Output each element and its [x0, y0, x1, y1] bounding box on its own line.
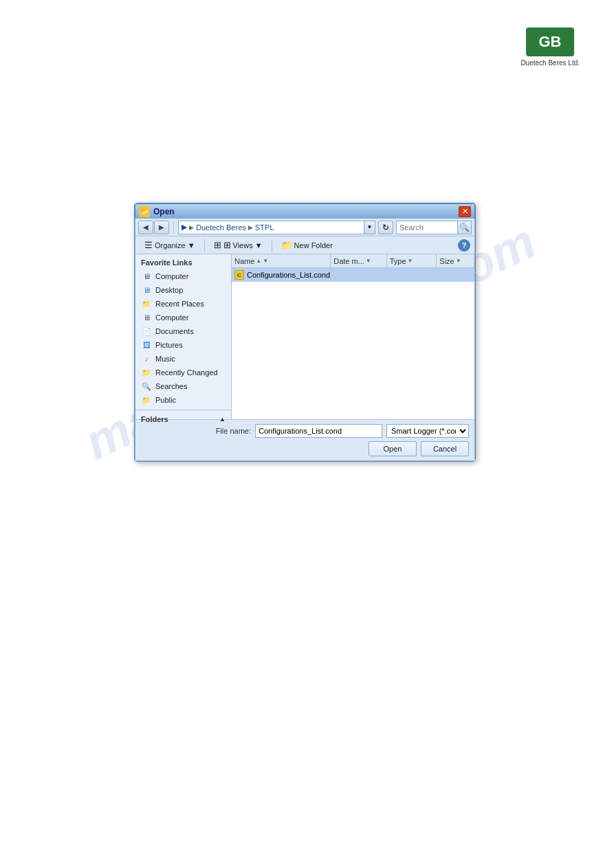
col-header-type[interactable]: Type ▼	[387, 254, 437, 267]
filetype-select[interactable]: Smart Logger (*.cond)	[386, 424, 469, 438]
pictures-icon: 🖼	[141, 340, 152, 350]
folders-chevron: ▲	[219, 416, 226, 423]
nav-bar: ◀ ▶ ▶ ▶ Duetech Beres ▶ STPL ▼ ↻	[135, 219, 474, 236]
col-header-size[interactable]: Size ▼	[437, 254, 474, 267]
views-icon: ⊞	[214, 240, 221, 250]
sidebar-item-computer2[interactable]: 🖥 Computer	[135, 311, 231, 324]
sidebar-item-computer[interactable]: 🖥 Computer	[135, 269, 231, 283]
organize-icon: ☰	[144, 240, 153, 250]
sidebar-label-desktop: Desktop	[155, 286, 183, 294]
sidebar-item-public[interactable]: 📁 Public	[135, 393, 231, 407]
col-size-label: Size	[439, 257, 454, 265]
search-button[interactable]: 🔍	[457, 221, 471, 234]
back-button[interactable]: ◀	[138, 221, 153, 234]
logo-text: Duetech Beres Ltd.	[520, 59, 580, 67]
organize-button[interactable]: ☰ Organize ▼	[140, 238, 200, 252]
col-name-sort-arrow: ▲	[256, 258, 261, 264]
sidebar-item-recently-changed[interactable]: 📁 Recently Changed	[135, 366, 231, 379]
buttons-row: Open Cancel	[141, 441, 469, 456]
sidebar-folders[interactable]: Folders ▲	[135, 413, 231, 425]
col-header-date[interactable]: Date m... ▼	[331, 254, 387, 267]
forward-button[interactable]: ▶	[154, 221, 169, 234]
sidebar-item-recent-places[interactable]: 📁 Recent Places	[135, 297, 231, 311]
recently-changed-icon: 📁	[141, 367, 152, 378]
col-size-dropdown[interactable]: ▼	[456, 258, 461, 264]
tool-sep1	[204, 239, 205, 252]
sidebar-label-public: Public	[155, 396, 176, 404]
close-button[interactable]: ✕	[459, 206, 471, 217]
file-list-header: Name ▲ ▼ Date m... ▼ Type ▼	[232, 254, 474, 268]
sidebar-divider	[135, 410, 231, 410]
breadcrumb-dropdown[interactable]: ▼	[364, 221, 375, 234]
col-name-label: Name	[234, 257, 254, 265]
file-list: Name ▲ ▼ Date m... ▼ Type ▼	[232, 254, 474, 419]
svg-text:GB: GB	[539, 33, 562, 50]
file-name-text-0: Configurations_List.cond	[247, 271, 330, 279]
dialog-title: Open	[153, 207, 175, 216]
filename-input[interactable]	[255, 424, 382, 438]
bottom-bar: File name: Smart Logger (*.cond) Open Ca…	[135, 419, 474, 460]
views-icon2: ⊞	[223, 240, 231, 250]
breadcrumb-path[interactable]: ▶ ▶ Duetech Beres ▶ STPL	[178, 221, 364, 234]
sidebar-item-documents[interactable]: 📄 Documents	[135, 324, 231, 338]
organize-label: Organize	[155, 241, 186, 249]
tool-bar: ☰ Organize ▼ ⊞ ⊞ Views ▼ 📁 New Folder ?	[135, 236, 474, 254]
public-icon: 📁	[141, 394, 152, 405]
sidebar-label-music: Music	[155, 355, 175, 363]
col-date-dropdown[interactable]: ▼	[366, 258, 371, 264]
file-row-0[interactable]: C Configurations_List.cond	[232, 268, 474, 282]
dialog-icon: 📂	[139, 206, 150, 217]
sidebar-item-pictures[interactable]: 🖼 Pictures	[135, 338, 231, 352]
sidebar-item-music[interactable]: ♪ Music	[135, 352, 231, 366]
sidebar-label-recently-changed: Recently Changed	[155, 368, 218, 377]
sidebar-label-pictures: Pictures	[155, 341, 183, 349]
content-area: Favorite Links 🖥 Computer 🖥 Desktop 📁 Re…	[135, 254, 474, 419]
computer2-icon: 🖥	[141, 312, 152, 323]
new-folder-label: New Folder	[294, 241, 333, 249]
nav-btn-group: ◀ ▶	[138, 221, 169, 234]
music-icon: ♪	[141, 353, 152, 364]
file-name-0: C Configurations_List.cond	[232, 270, 331, 280]
breadcrumb-bar: ▶ ▶ Duetech Beres ▶ STPL ▼	[178, 221, 375, 234]
searches-icon: 🔍	[141, 381, 152, 392]
new-folder-icon: 📁	[281, 240, 292, 250]
nav-separator	[173, 221, 174, 234]
views-label: Views	[233, 241, 253, 249]
help-button[interactable]: ?	[458, 239, 470, 252]
sidebar-label-computer: Computer	[155, 272, 188, 280]
breadcrumb-item-2[interactable]: Duetech Beres	[196, 223, 246, 232]
logo-box: GB	[526, 27, 574, 56]
views-button[interactable]: ⊞ ⊞ Views ▼	[209, 238, 267, 252]
cancel-button[interactable]: Cancel	[421, 441, 469, 456]
title-bar: 📂 Open ✕	[135, 203, 475, 219]
title-bar-left: 📂 Open	[139, 206, 175, 217]
views-arrow: ▼	[255, 241, 263, 249]
col-header-name[interactable]: Name ▲ ▼	[232, 254, 331, 267]
logo-area: GB Duetech Beres Ltd.	[520, 27, 580, 67]
tool-sep2	[272, 239, 272, 252]
refresh-button[interactable]: ↻	[378, 221, 393, 234]
new-folder-button[interactable]: 📁 New Folder	[276, 238, 338, 252]
recent-places-icon: 📁	[141, 298, 152, 309]
breadcrumb-sep2: ▶	[248, 224, 253, 231]
col-date-label: Date m...	[333, 257, 364, 265]
search-box[interactable]: 🔍	[396, 221, 472, 234]
col-name-dropdown[interactable]: ▼	[263, 258, 268, 264]
col-type-label: Type	[390, 257, 406, 265]
breadcrumb-item-1[interactable]: ▶	[182, 223, 187, 232]
breadcrumb-item-3[interactable]: STPL	[255, 223, 274, 232]
search-input[interactable]	[397, 223, 457, 232]
col-type-dropdown[interactable]: ▼	[408, 258, 413, 264]
sidebar-label-recent: Recent Places	[155, 300, 204, 308]
breadcrumb-sep1: ▶	[189, 224, 194, 231]
sidebar-item-searches[interactable]: 🔍 Searches	[135, 379, 231, 393]
sidebar-section-header: Favorite Links	[135, 257, 231, 268]
documents-icon: 📄	[141, 326, 152, 337]
sidebar-label-computer2: Computer	[155, 313, 188, 322]
open-button[interactable]: Open	[369, 441, 417, 456]
sidebar-item-desktop[interactable]: 🖥 Desktop	[135, 283, 231, 297]
open-dialog: 📂 Open ✕ ◀ ▶ ▶ ▶ Duetech Beres ▶	[134, 203, 476, 462]
desktop-icon: 🖥	[141, 285, 152, 296]
filename-row: File name: Smart Logger (*.cond)	[141, 424, 469, 438]
filename-label: File name:	[216, 427, 251, 435]
